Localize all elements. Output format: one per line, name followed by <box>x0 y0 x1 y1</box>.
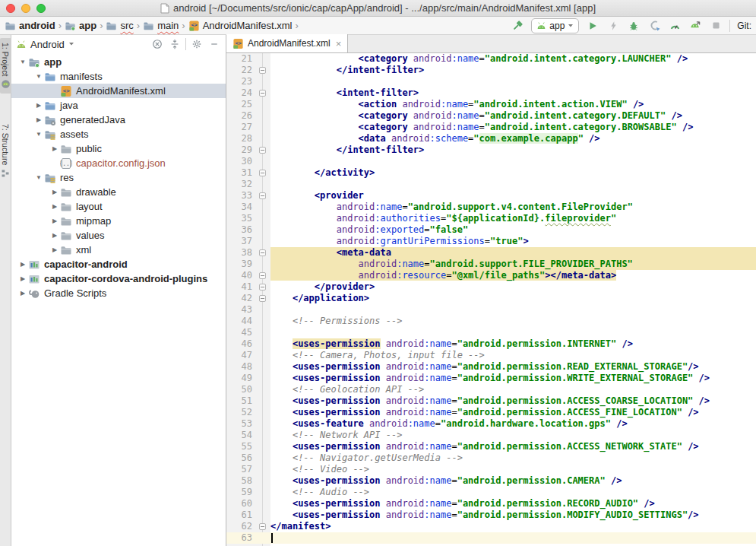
code-line-37[interactable]: android:grantUriPermissions="true"> <box>270 236 756 247</box>
code-line-53[interactable]: <uses-feature android:name="android.hard… <box>270 418 756 430</box>
tree-collapsed-arrow-icon[interactable]: ▶ <box>17 290 28 297</box>
tree-item-layout[interactable]: ▶layout <box>11 199 226 214</box>
code-line-21[interactable]: <category android:name="android.intent.c… <box>270 53 756 65</box>
code-line-35[interactable]: android:authorities="${applicationId}.fi… <box>270 213 756 224</box>
tree-expanded-arrow-icon[interactable]: ▼ <box>33 73 44 80</box>
fold-marker-icon[interactable] <box>259 284 266 290</box>
fold-marker-icon[interactable] <box>259 192 266 199</box>
code-line-50[interactable]: <!-- Geolocation API --> <box>270 384 756 395</box>
run-configuration-dropdown[interactable]: app <box>531 18 579 33</box>
code-line-52[interactable]: <uses-permission android:name="android.p… <box>270 407 756 418</box>
tree-item-java[interactable]: ▶java <box>11 98 226 113</box>
git-label[interactable]: Git: <box>737 21 753 31</box>
apply-changes-lightning-button[interactable] <box>606 19 620 33</box>
chevron-down-icon[interactable] <box>68 42 74 46</box>
tree-item-app[interactable]: ▼app <box>11 55 226 69</box>
breadcrumb-item-android[interactable]: android <box>5 20 55 31</box>
tree-item-res[interactable]: ▼res <box>11 170 226 185</box>
code-line-26[interactable]: <category android:name="android.intent.c… <box>270 110 756 122</box>
debug-button[interactable] <box>627 19 641 33</box>
code-line-47[interactable]: <!-- Camera, Photos, input file --> <box>270 350 756 361</box>
build-hammer-button[interactable] <box>511 19 524 33</box>
code-line-43[interactable] <box>270 304 756 316</box>
tree-collapsed-arrow-icon[interactable]: ▶ <box>49 203 60 210</box>
fold-marker-icon[interactable] <box>259 170 266 176</box>
tree-collapsed-arrow-icon[interactable]: ▶ <box>49 232 60 239</box>
tree-item-capacitor-cordova-android-plugins[interactable]: ▶capacitor-cordova-android-plugins <box>11 271 226 286</box>
tree-item-capacitor-android[interactable]: ▶capacitor-android <box>11 257 226 271</box>
select-opened-file-button[interactable] <box>150 37 164 51</box>
tree-collapsed-arrow-icon[interactable]: ▶ <box>33 102 44 109</box>
code-line-56[interactable]: <!-- Navigator.getUserMedia --> <box>270 452 756 464</box>
code-line-48[interactable]: <uses-permission android:name="android.p… <box>270 361 756 373</box>
code-line-38[interactable]: <meta-data <box>270 247 756 259</box>
fold-marker-icon[interactable] <box>259 147 266 154</box>
code-line-27[interactable]: <category android:name="android.intent.c… <box>270 122 756 133</box>
tree-expanded-arrow-icon[interactable]: ▼ <box>33 131 44 138</box>
breadcrumb-item-app[interactable]: app <box>65 20 96 31</box>
code-line-32[interactable] <box>270 179 756 190</box>
code-line-62[interactable]: </manifest> <box>270 521 756 532</box>
code-line-31[interactable]: </activity> <box>270 167 756 179</box>
tree-item-drawable[interactable]: ▶drawable <box>11 185 226 199</box>
attach-debugger-button[interactable] <box>647 19 661 33</box>
code-line-57[interactable]: <!-- Video --> <box>270 464 756 475</box>
code-line-39[interactable]: android:name="android.support.FILE_PROVI… <box>270 259 756 270</box>
stop-button[interactable] <box>709 19 723 33</box>
fold-marker-icon[interactable] <box>259 67 266 74</box>
tree-item-capacitor-config-json[interactable]: {..}capacitor.config.json <box>11 156 226 170</box>
code-line-25[interactable]: <action android:name="android.intent.act… <box>270 99 756 110</box>
tree-collapsed-arrow-icon[interactable]: ▶ <box>49 189 60 195</box>
code-line-23[interactable] <box>270 76 756 87</box>
fold-marker-icon[interactable] <box>259 249 266 256</box>
code-line-46[interactable]: <uses-permission android:name="android.p… <box>270 338 756 350</box>
tree-collapsed-arrow-icon[interactable]: ▶ <box>17 275 28 282</box>
code-line-51[interactable]: <uses-permission android:name="android.p… <box>270 395 756 407</box>
code-editor[interactable]: 2122232425262728293031323334353637383940… <box>226 53 756 546</box>
code-line-49[interactable]: <uses-permission android:name="android.p… <box>270 373 756 384</box>
breadcrumb-item-androidmanifest-xml[interactable]: <>AndroidManifest.xml <box>188 20 293 31</box>
tree-collapsed-arrow-icon[interactable]: ▶ <box>49 246 60 253</box>
code-line-44[interactable]: <!-- Permissions --> <box>270 316 756 327</box>
zoom-window-button[interactable] <box>36 4 46 13</box>
close-window-button[interactable] <box>6 4 15 13</box>
code-line-54[interactable]: <!-- Network API --> <box>270 430 756 441</box>
breadcrumb-item-main[interactable]: main <box>143 20 179 31</box>
tree-collapsed-arrow-icon[interactable]: ▶ <box>49 145 60 152</box>
tab-close-icon[interactable]: × <box>336 39 342 49</box>
code-line-63[interactable] <box>270 532 756 544</box>
fold-marker-icon[interactable] <box>259 523 266 530</box>
code-line-40[interactable]: android:resource="@xml/file_paths"></met… <box>270 270 756 281</box>
code-line-30[interactable] <box>270 156 756 167</box>
breadcrumb-item-src[interactable]: src <box>106 20 133 31</box>
tab-androidmanifest[interactable]: <> AndroidManifest.xml × <box>226 34 348 52</box>
code-line-61[interactable]: <uses-permission android:name="android.p… <box>270 509 756 521</box>
fold-marker-icon[interactable] <box>259 272 266 279</box>
tree-item-assets[interactable]: ▼assets <box>11 127 226 141</box>
fold-marker-icon[interactable] <box>259 90 266 97</box>
apply-changes-android-button[interactable] <box>688 19 702 33</box>
run-button[interactable] <box>586 19 599 33</box>
hide-panel-button[interactable] <box>207 37 221 51</box>
tree-item-public[interactable]: ▶public <box>11 141 226 156</box>
panel-settings-gear-button[interactable] <box>190 37 204 51</box>
profile-button[interactable] <box>668 19 682 33</box>
project-view-selector[interactable]: Android <box>30 39 65 50</box>
minimize-window-button[interactable] <box>21 4 30 13</box>
tree-expanded-arrow-icon[interactable]: ▼ <box>17 59 28 65</box>
code-area[interactable]: <category android:name="android.intent.c… <box>270 53 756 546</box>
code-line-29[interactable]: </intent-filter> <box>270 144 756 156</box>
code-line-22[interactable]: </intent-filter> <box>270 65 756 76</box>
tree-expanded-arrow-icon[interactable]: ▼ <box>33 174 44 181</box>
tree-item-mipmap[interactable]: ▶mipmap <box>11 214 226 228</box>
collapse-all-button[interactable] <box>168 37 182 51</box>
tool-window-button-project[interactable]: 1: Project <box>0 38 11 94</box>
code-line-41[interactable]: </provider> <box>270 281 756 293</box>
code-line-59[interactable]: <!-- Audio --> <box>270 487 756 498</box>
fold-marker-icon[interactable] <box>259 295 266 302</box>
tree-collapsed-arrow-icon[interactable]: ▶ <box>17 261 28 268</box>
code-line-34[interactable]: android:name="android.support.v4.content… <box>270 202 756 213</box>
code-line-24[interactable]: <intent-filter> <box>270 87 756 99</box>
code-line-45[interactable] <box>270 327 756 338</box>
tree-item-generatedjava[interactable]: ▶generatedJava <box>11 113 226 127</box>
